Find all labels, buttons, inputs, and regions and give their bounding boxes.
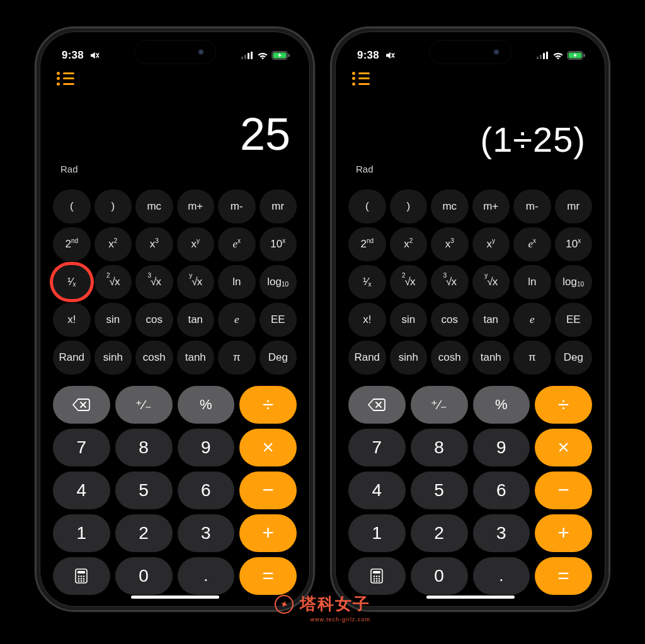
digit-4-button[interactable]: 4 (348, 472, 406, 509)
cbrt-button[interactable]: 3√x (135, 265, 173, 299)
sqrt-button[interactable]: 2√x (94, 265, 132, 299)
plus-button[interactable]: + (239, 514, 297, 552)
second-func-button[interactable]: 2nd (348, 227, 386, 261)
y-root-button[interactable]: y√x (472, 265, 510, 299)
mode-switch-button[interactable] (53, 557, 110, 595)
digit-5-button[interactable]: 5 (411, 472, 468, 509)
factorial-button[interactable]: x! (348, 303, 386, 337)
mem-recall-button[interactable]: mr (260, 189, 297, 223)
x-squared-button[interactable]: x2 (390, 227, 428, 261)
digit-0-button[interactable]: 0 (411, 557, 468, 595)
mem-recall-button[interactable]: mr (555, 189, 593, 223)
sin-button[interactable]: sin (94, 303, 132, 337)
tanh-button[interactable]: tanh (177, 341, 215, 375)
digit-8-button[interactable]: 8 (411, 429, 468, 466)
divide-button[interactable]: ÷ (535, 386, 592, 424)
history-list-button[interactable] (57, 72, 74, 86)
rand-button[interactable]: Rand (53, 341, 91, 375)
ln-button[interactable]: ln (513, 265, 551, 299)
percent-button[interactable]: % (473, 386, 530, 424)
backspace-button[interactable] (53, 386, 110, 424)
digit-6-button[interactable]: 6 (473, 472, 530, 509)
ten-power-x-button[interactable]: 10x (260, 227, 297, 261)
mem-clear-button[interactable]: mc (431, 189, 469, 223)
home-indicator[interactable] (131, 596, 219, 599)
digit-4-button[interactable]: 4 (53, 472, 110, 509)
x-cubed-button[interactable]: x3 (135, 227, 173, 261)
log10-button[interactable]: log10 (555, 265, 593, 299)
digit-0-button[interactable]: 0 (115, 557, 173, 595)
sqrt-button[interactable]: 2√x (390, 265, 428, 299)
mem-clear-button[interactable]: mc (135, 189, 173, 223)
paren-open-button[interactable]: ( (348, 189, 386, 223)
pi-button[interactable]: π (218, 341, 256, 375)
reciprocal-button[interactable]: ¹⁄x (348, 265, 386, 299)
deg-button[interactable]: Deg (260, 341, 297, 375)
minus-button[interactable]: − (535, 472, 592, 509)
mem-minus-button[interactable]: m- (218, 189, 256, 223)
digit-9-button[interactable]: 9 (473, 429, 530, 466)
deg-button[interactable]: Deg (555, 341, 593, 375)
euler-e-button[interactable]: e (218, 303, 256, 337)
rand-button[interactable]: Rand (348, 341, 386, 375)
digit-2-button[interactable]: 2 (411, 514, 468, 552)
x-power-y-button[interactable]: xy (472, 227, 510, 261)
digit-1-button[interactable]: 1 (53, 514, 110, 552)
digit-6-button[interactable]: 6 (178, 472, 235, 509)
digit-3-button[interactable]: 3 (178, 514, 235, 552)
ee-button[interactable]: EE (555, 303, 593, 337)
x-cubed-button[interactable]: x3 (431, 227, 469, 261)
y-root-button[interactable]: y√x (177, 265, 215, 299)
percent-button[interactable]: % (178, 386, 235, 424)
e-power-x-button[interactable]: ex (218, 227, 256, 261)
second-func-button[interactable]: 2nd (53, 227, 91, 261)
factorial-button[interactable]: x! (53, 303, 91, 337)
tan-button[interactable]: tan (177, 303, 215, 337)
sinh-button[interactable]: sinh (94, 341, 132, 375)
digit-7-button[interactable]: 7 (348, 429, 406, 466)
digit-1-button[interactable]: 1 (348, 514, 406, 552)
x-power-y-button[interactable]: xy (177, 227, 215, 261)
ln-button[interactable]: ln (218, 265, 256, 299)
cbrt-button[interactable]: 3√x (431, 265, 469, 299)
decimal-button[interactable]: . (178, 557, 235, 595)
history-list-button[interactable] (352, 72, 370, 86)
digit-2-button[interactable]: 2 (115, 514, 173, 552)
sinh-button[interactable]: sinh (390, 341, 428, 375)
mode-switch-button[interactable] (348, 557, 406, 595)
x-squared-button[interactable]: x2 (94, 227, 132, 261)
plus-minus-button[interactable]: ⁺∕₋ (411, 386, 468, 424)
plus-minus-button[interactable]: ⁺∕₋ (115, 386, 173, 424)
pi-button[interactable]: π (513, 341, 551, 375)
equals-button[interactable]: = (239, 557, 297, 595)
plus-button[interactable]: + (535, 514, 592, 552)
digit-5-button[interactable]: 5 (115, 472, 173, 509)
tan-button[interactable]: tan (472, 303, 510, 337)
multiply-button[interactable]: × (535, 429, 592, 466)
multiply-button[interactable]: × (239, 429, 297, 466)
mem-minus-button[interactable]: m- (513, 189, 551, 223)
digit-3-button[interactable]: 3 (473, 514, 530, 552)
paren-close-button[interactable]: ) (390, 189, 428, 223)
digit-7-button[interactable]: 7 (53, 429, 110, 466)
paren-open-button[interactable]: ( (53, 189, 91, 223)
equals-button[interactable]: = (535, 557, 592, 595)
cosh-button[interactable]: cosh (431, 341, 469, 375)
cosh-button[interactable]: cosh (135, 341, 173, 375)
cos-button[interactable]: cos (135, 303, 173, 337)
digit-9-button[interactable]: 9 (178, 429, 235, 466)
ee-button[interactable]: EE (260, 303, 297, 337)
log10-button[interactable]: log10 (260, 265, 297, 299)
e-power-x-button[interactable]: ex (513, 227, 551, 261)
divide-button[interactable]: ÷ (239, 386, 297, 424)
tanh-button[interactable]: tanh (472, 341, 510, 375)
mem-plus-button[interactable]: m+ (472, 189, 510, 223)
digit-8-button[interactable]: 8 (115, 429, 173, 466)
paren-close-button[interactable]: ) (94, 189, 132, 223)
home-indicator[interactable] (426, 596, 515, 599)
sin-button[interactable]: sin (390, 303, 428, 337)
euler-e-button[interactable]: e (513, 303, 551, 337)
reciprocal-button[interactable]: ¹⁄x (53, 265, 91, 299)
decimal-button[interactable]: . (473, 557, 530, 595)
minus-button[interactable]: − (239, 472, 297, 509)
